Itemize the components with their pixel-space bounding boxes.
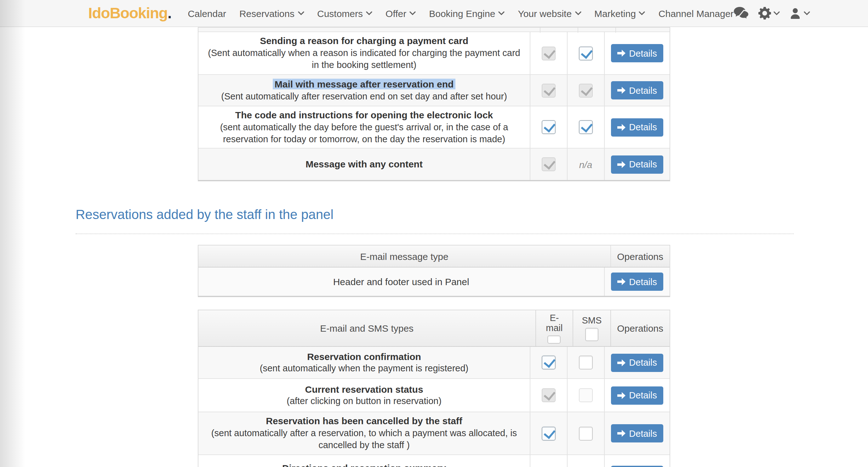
- messages-icon: [734, 7, 749, 20]
- sms-column-toggle-checkbox[interactable]: [585, 328, 598, 341]
- chevron-down-icon: [298, 11, 304, 15]
- table-row: Message with any content n/a Details: [198, 148, 670, 180]
- nav-item-your-website[interactable]: Your website: [518, 8, 581, 19]
- chevron-down-icon: [366, 11, 372, 15]
- nav-item-label: Offer: [385, 8, 406, 19]
- arrow-right-icon: [617, 50, 625, 57]
- messages-button[interactable]: [734, 7, 749, 20]
- sms-checkbox[interactable]: [579, 120, 593, 134]
- column-header-operations: Operations: [617, 251, 663, 262]
- nav-item-channel-manager[interactable]: Channel Manager: [658, 8, 734, 19]
- details-button[interactable]: Details: [611, 354, 663, 372]
- details-button[interactable]: Details: [611, 272, 663, 291]
- message-type-title: Current reservation status: [305, 383, 423, 396]
- message-type-cell: The code and instructions for opening th…: [198, 106, 530, 148]
- chevron-down-icon: [498, 11, 504, 15]
- nav-item-label: Channel Manager: [658, 8, 734, 19]
- details-button[interactable]: Details: [611, 118, 663, 136]
- message-type-cell: Message with any content: [198, 148, 530, 180]
- table-row: Sending a reason for charging a payment …: [198, 32, 670, 75]
- chevron-down-icon: [409, 11, 416, 15]
- details-button[interactable]: Details: [611, 81, 663, 99]
- nav-item-label: Reservations: [239, 8, 294, 19]
- details-button[interactable]: Details: [611, 44, 663, 62]
- section-divider: [75, 234, 794, 234]
- sms-checkbox[interactable]: [579, 426, 593, 440]
- nav-item-label: Marketing: [594, 8, 636, 19]
- details-button-label: Details: [629, 159, 657, 169]
- email-checkbox[interactable]: [542, 426, 556, 440]
- sms-checkbox: [579, 84, 593, 97]
- page: IdoBooking. Calendar Reservations Custom…: [0, 0, 868, 467]
- message-type-cell: Reservation has been cancelled by the st…: [198, 412, 530, 455]
- arrow-right-icon: [617, 124, 625, 131]
- nav-item-customers[interactable]: Customers: [317, 8, 372, 19]
- message-type-cell: Reservation confirmation (sent automatic…: [198, 347, 530, 378]
- nav-item-label: Your website: [518, 8, 571, 19]
- details-button[interactable]: Details: [611, 155, 663, 173]
- brand-logo-part: Ido: [88, 4, 110, 22]
- nav-item-reservations[interactable]: Reservations: [239, 8, 304, 19]
- nav-icon-group: [734, 7, 810, 20]
- arrow-right-icon: [617, 87, 625, 94]
- details-button-label: Details: [629, 122, 657, 132]
- nav-item-label: Booking Engine: [429, 8, 495, 19]
- message-type-title: Header and footer used in Panel: [333, 276, 469, 287]
- account-person-icon: [789, 7, 801, 19]
- table-row: Reservation confirmation (sent automatic…: [198, 347, 670, 379]
- details-button-label: Details: [629, 390, 657, 400]
- message-type-description: (after clicking on button in reservation…: [287, 396, 441, 407]
- settings-button[interactable]: [758, 7, 779, 20]
- email-checkbox[interactable]: [542, 120, 556, 134]
- message-type-title: Message with any content: [306, 158, 423, 171]
- nav-item-label: Calendar: [188, 8, 226, 19]
- arrow-right-icon: [617, 392, 625, 399]
- email-checkbox[interactable]: [542, 356, 556, 369]
- table-row: Reservation has been cancelled by the st…: [198, 412, 670, 455]
- sms-not-available-label: n/a: [579, 159, 592, 170]
- email-column-toggle-checkbox[interactable]: [548, 335, 561, 344]
- details-button-label: Details: [629, 358, 657, 368]
- table-header-row: E-mail message type Operations: [198, 245, 670, 267]
- message-type-title: Sending a reason for charging a payment …: [260, 35, 468, 47]
- guest-messages-table: Sending a reason for charging a payment …: [198, 27, 670, 181]
- chevron-down-icon: [803, 11, 810, 15]
- message-type-title: The code and instructions for opening th…: [235, 109, 493, 122]
- nav-item-booking-engine[interactable]: Booking Engine: [429, 8, 504, 19]
- staff-messages-table: E-mail and SMS types E-mail SMS Operatio…: [198, 310, 670, 467]
- message-type-title: Mail with message after reservation end: [273, 78, 456, 91]
- message-type-description: (sent automatically after a reservation,…: [205, 428, 523, 452]
- sms-checkbox[interactable]: [579, 46, 593, 60]
- column-header-sms: SMS: [582, 315, 601, 325]
- brand-logo[interactable]: IdoBooking.: [88, 4, 171, 22]
- message-type-description: (Sent automatically after reservation en…: [221, 91, 507, 103]
- nav-item-calendar[interactable]: Calendar: [188, 8, 226, 19]
- email-checkbox: [542, 46, 556, 60]
- message-type-description: (sent automatically when the payment is …: [260, 363, 469, 375]
- message-type-description: (Sent automatically when a reason is ind…: [205, 47, 523, 72]
- chevron-down-icon: [639, 11, 645, 15]
- nav-item-label: Customers: [317, 8, 363, 19]
- selected-text: Mail with message after reservation end: [273, 79, 456, 89]
- email-checkbox: [542, 84, 556, 97]
- window-edge-shadow: [0, 0, 25, 467]
- chevron-down-icon: [773, 11, 779, 15]
- sms-checkbox[interactable]: [579, 356, 593, 369]
- nav-item-marketing[interactable]: Marketing: [594, 8, 645, 19]
- details-button[interactable]: Details: [611, 466, 663, 467]
- email-checkbox: [542, 388, 556, 402]
- details-button[interactable]: Details: [611, 386, 663, 404]
- sms-checkbox: [579, 388, 593, 402]
- table-row: Mail with message after reservation end …: [198, 75, 670, 106]
- column-header-email: E-mail: [542, 313, 566, 333]
- details-button[interactable]: Details: [611, 424, 663, 442]
- column-header-email-message-type: E-mail message type: [360, 251, 448, 262]
- chevron-down-icon: [575, 11, 581, 15]
- table-row-clipped: [198, 28, 670, 32]
- section-heading: Reservations added by the staff in the p…: [75, 207, 334, 222]
- nav-item-offer[interactable]: Offer: [385, 8, 416, 19]
- table-row: Header and footer used in Panel Details: [198, 267, 670, 296]
- message-type-title: Reservation confirmation: [307, 350, 421, 363]
- account-button[interactable]: [789, 7, 810, 19]
- top-navbar: IdoBooking. Calendar Reservations Custom…: [0, 0, 868, 27]
